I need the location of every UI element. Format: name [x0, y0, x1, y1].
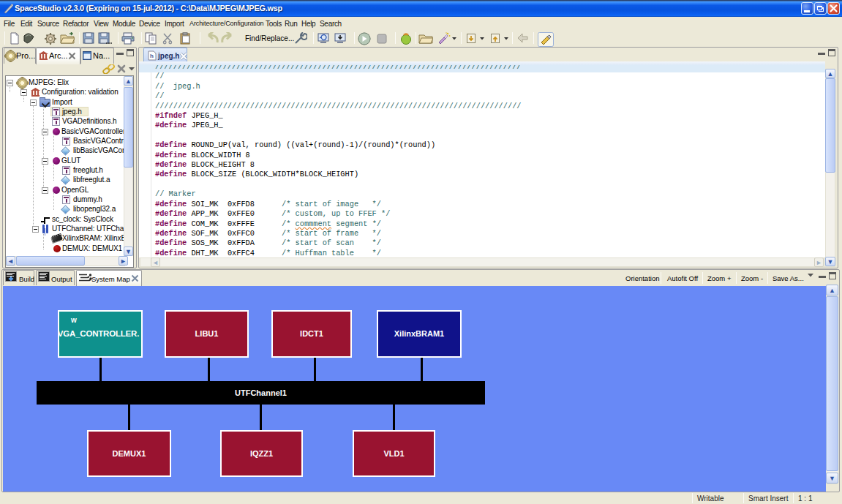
svg-text:h: h: [150, 53, 154, 59]
